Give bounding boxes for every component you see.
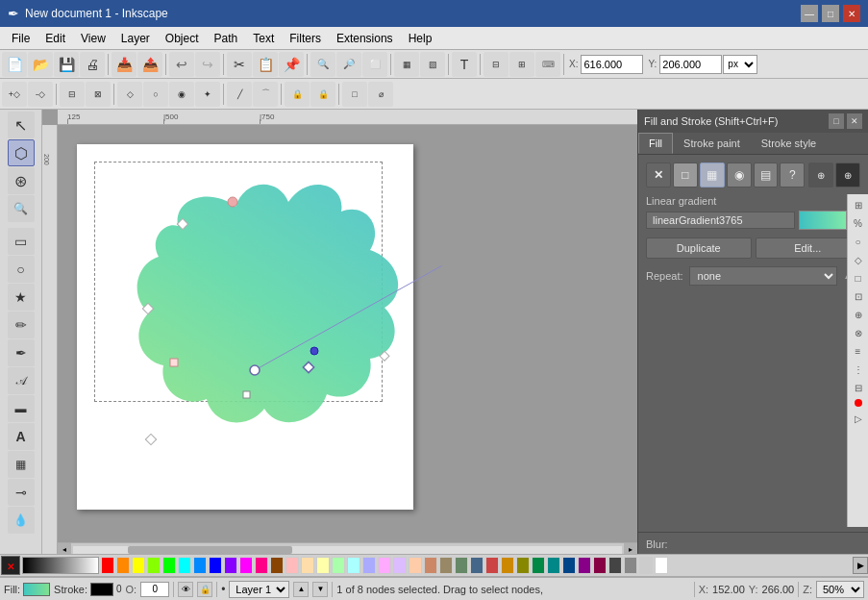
menu-extensions[interactable]: Extensions: [329, 30, 401, 47]
palette-darkblue[interactable]: [209, 557, 222, 574]
save-button[interactable]: 💾: [54, 52, 79, 77]
paste-button[interactable]: 📌: [279, 52, 304, 77]
smooth-node-btn[interactable]: ○: [143, 82, 168, 107]
tool-pencil[interactable]: ✏: [8, 312, 35, 338]
palette-emerald[interactable]: [532, 557, 545, 574]
snap-btn-9[interactable]: ≡: [850, 342, 867, 360]
snap-btn-6[interactable]: ⊡: [850, 288, 867, 305]
paint-radial-btn[interactable]: ◉: [727, 162, 752, 188]
palette-gold[interactable]: [501, 557, 514, 574]
zoom-out-btn[interactable]: 🔎: [336, 52, 361, 77]
undo-button[interactable]: ↩: [169, 52, 194, 77]
palette-btn-none[interactable]: ✕: [1, 556, 20, 575]
snap-btn-3[interactable]: ○: [850, 233, 867, 250]
tab-fill[interactable]: Fill: [638, 133, 673, 154]
tool-dropper[interactable]: 💧: [8, 507, 35, 534]
line-seg-btn[interactable]: ╱: [227, 82, 252, 107]
hscroll-track[interactable]: [73, 546, 622, 554]
x-coord-input[interactable]: [581, 55, 643, 74]
palette-brown[interactable]: [270, 557, 284, 574]
canvas-content[interactable]: ◂ ▸: [58, 125, 637, 556]
duplicate-btn[interactable]: Duplicate: [646, 238, 752, 259]
fill-color-swatch[interactable]: [23, 583, 50, 596]
symm-node-btn[interactable]: ◉: [169, 82, 194, 107]
snap-btn-4[interactable]: ◇: [850, 251, 867, 268]
node-circle-1[interactable]: [228, 197, 237, 207]
palette-slate[interactable]: [470, 557, 484, 574]
menu-path[interactable]: Path: [207, 30, 246, 47]
gradient-start-handle[interactable]: [250, 365, 260, 375]
edit-btn[interactable]: Edit...: [756, 238, 861, 259]
group-btn[interactable]: ▦: [394, 52, 419, 77]
redo-button[interactable]: ↪: [195, 52, 220, 77]
paint-linear-btn[interactable]: ▦: [700, 162, 725, 188]
node-sq-1[interactable]: [170, 359, 178, 366]
del-node-btn[interactable]: -◇: [28, 82, 53, 107]
palette-lightgray[interactable]: [639, 557, 653, 574]
palette-lightmagenta[interactable]: [378, 557, 391, 574]
snap-btn-11[interactable]: ⊟: [850, 379, 867, 396]
palette-bw-gradient[interactable]: [22, 557, 99, 574]
palette-navy[interactable]: [562, 557, 576, 574]
menu-layer[interactable]: Layer: [113, 30, 158, 47]
tool-selector[interactable]: ↖: [8, 112, 35, 138]
tab-stroke-style[interactable]: Stroke style: [751, 133, 827, 154]
tool-circle[interactable]: ○: [8, 256, 35, 283]
menu-text[interactable]: Text: [245, 30, 282, 47]
hscroll-thumb[interactable]: [128, 546, 292, 554]
tool-rect[interactable]: ▭: [8, 228, 35, 255]
new-button[interactable]: 📄: [2, 52, 27, 77]
palette-tan[interactable]: [439, 557, 453, 574]
palette-darkgray[interactable]: [608, 557, 622, 574]
menu-filters[interactable]: Filters: [282, 30, 329, 47]
repeat-select[interactable]: none reflect repeat: [689, 266, 838, 286]
tool-tweak[interactable]: ⊛: [8, 167, 35, 194]
add-node-btn[interactable]: +◇: [2, 82, 27, 107]
y-coord-input[interactable]: [659, 55, 722, 74]
curve-seg-btn[interactable]: ⌒: [253, 82, 278, 107]
paint-none-btn[interactable]: ✕: [646, 162, 671, 188]
menu-help[interactable]: Help: [401, 30, 440, 47]
swatch-btn-1[interactable]: ⊕: [808, 162, 833, 188]
menu-object[interactable]: Object: [158, 30, 207, 47]
tool-connector[interactable]: ⊸: [8, 479, 35, 506]
palette-lightcyan[interactable]: [347, 557, 360, 574]
palette-lavender[interactable]: [362, 557, 376, 574]
menu-edit[interactable]: Edit: [37, 30, 73, 47]
zoom-select[interactable]: 50% 100% 200% 25%: [816, 581, 864, 598]
palette-crimson[interactable]: [593, 557, 607, 574]
palette-pink[interactable]: [255, 557, 268, 574]
panel-minimize-btn[interactable]: □: [829, 113, 844, 129]
tool-text[interactable]: A: [8, 423, 35, 450]
tool-node-edit[interactable]: ⬡: [8, 139, 35, 166]
import-button[interactable]: 📥: [112, 52, 136, 77]
palette-yellow[interactable]: [132, 557, 145, 574]
break-nodes-btn[interactable]: ⊠: [86, 82, 111, 107]
tool-bucket[interactable]: ▬: [8, 395, 35, 422]
tool-zoom[interactable]: 🔍: [8, 195, 35, 222]
palette-scroll-right[interactable]: ▶: [853, 557, 868, 574]
palette-lightgreen[interactable]: [332, 557, 345, 574]
xml-btn[interactable]: ⌨: [535, 52, 560, 77]
snap-btn-12[interactable]: ▷: [850, 410, 867, 427]
palette-peach[interactable]: [301, 557, 314, 574]
palette-teal[interactable]: [547, 557, 560, 574]
palette-lilac[interactable]: [393, 557, 407, 574]
gradient-mid-handle[interactable]: [310, 347, 318, 355]
palette-sienna[interactable]: [424, 557, 437, 574]
snap-btn-10[interactable]: ⋮: [850, 361, 867, 378]
palette-white[interactable]: [655, 557, 668, 574]
node-sq-2[interactable]: [243, 391, 250, 398]
palette-darkred[interactable]: [485, 557, 499, 574]
unit-select[interactable]: px mm cm in: [723, 55, 757, 74]
minimize-button[interactable]: —: [801, 5, 818, 22]
text-tool-btn[interactable]: T: [452, 52, 477, 77]
snap-btn-7[interactable]: ⊕: [850, 306, 867, 323]
snap-btn-5[interactable]: □: [850, 269, 867, 287]
palette-lime[interactable]: [147, 557, 161, 574]
panel-close-btn[interactable]: ✕: [847, 113, 862, 129]
tool-star[interactable]: ★: [8, 284, 35, 311]
palette-lightyellow[interactable]: [316, 557, 330, 574]
palette-orange[interactable]: [116, 557, 130, 574]
tool-gradient[interactable]: ▦: [8, 451, 35, 478]
